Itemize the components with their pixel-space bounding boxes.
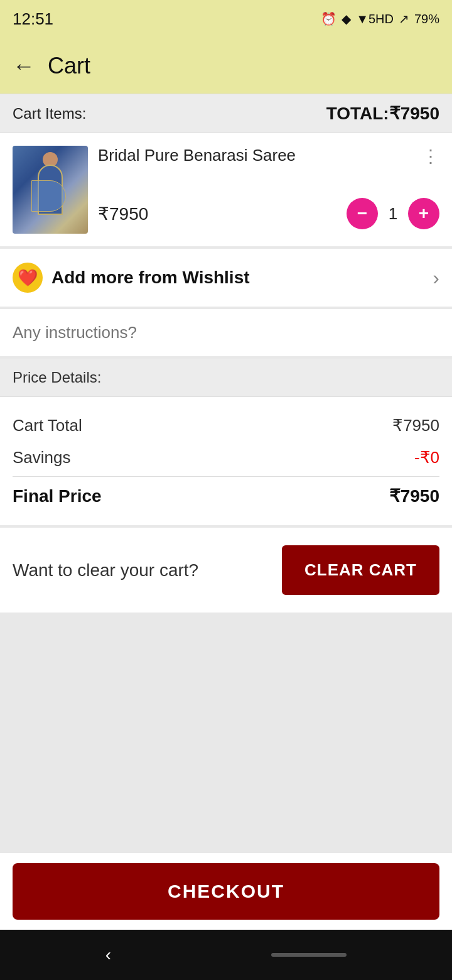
- cart-item-container: Bridal Pure Benarasi Saree ⋮ ₹7950 − 1 +: [0, 133, 452, 249]
- quantity-increase-button[interactable]: +: [408, 198, 439, 229]
- network-icon: ▼5HD: [356, 12, 394, 26]
- product-image-inner: [13, 146, 88, 234]
- clear-cart-button[interactable]: CLEAR CART: [282, 545, 439, 595]
- quantity-decrease-button[interactable]: −: [347, 198, 378, 229]
- instructions-input[interactable]: [13, 323, 439, 342]
- header: ← Cart: [0, 38, 452, 94]
- product-info: Bridal Pure Benarasi Saree ⋮ ₹7950 − 1 +: [98, 146, 439, 229]
- heart-emoji: ❤️: [18, 268, 38, 288]
- product-price: ₹7950: [98, 204, 148, 224]
- cart-items-label: Cart Items:: [13, 105, 86, 122]
- savings-amount: -₹0: [414, 448, 439, 467]
- wishlist-left: ❤️ Add more from Wishlist: [13, 263, 250, 293]
- total-label: TOTAL:: [326, 104, 389, 123]
- product-price-row: ₹7950 − 1 +: [98, 198, 439, 229]
- product-name-row: Bridal Pure Benarasi Saree ⋮: [98, 146, 439, 166]
- cart-total-label: Cart Total: [13, 416, 82, 435]
- back-button[interactable]: ←: [13, 53, 35, 79]
- savings-row: Savings -₹0: [13, 442, 439, 474]
- nav-back-icon[interactable]: ‹: [105, 945, 111, 965]
- cart-item: Bridal Pure Benarasi Saree ⋮ ₹7950 − 1 +: [13, 146, 439, 234]
- saree-drape: [31, 180, 66, 212]
- clear-cart-section: Want to clear your cart? CLEAR CART: [0, 528, 452, 615]
- signal-bars-icon: ↗: [399, 11, 409, 26]
- price-details-header: Price Details:: [0, 359, 452, 397]
- final-price-label: Final Price: [13, 486, 102, 506]
- savings-label: Savings: [13, 448, 71, 467]
- product-image: [13, 146, 88, 234]
- clear-cart-prompt: Want to clear your cart?: [13, 558, 282, 582]
- cart-total-amount: ₹7950: [392, 416, 439, 435]
- price-divider: [13, 476, 439, 477]
- page-title: Cart: [48, 53, 90, 79]
- chevron-right-icon: ›: [433, 266, 439, 290]
- instructions-container: [0, 309, 452, 359]
- final-price-amount: ₹7950: [389, 486, 439, 506]
- signal-icon: ◆: [342, 11, 351, 26]
- total-amount: ₹7950: [389, 104, 439, 123]
- status-bar: 12:51 ⏰ ◆ ▼5HD ↗ 79%: [0, 0, 452, 38]
- alarm-icon: ⏰: [321, 11, 336, 26]
- heart-icon: ❤️: [13, 263, 43, 293]
- home-indicator[interactable]: [271, 953, 347, 957]
- final-price-row: Final Price ₹7950: [13, 479, 439, 513]
- navigation-bar: ‹: [0, 930, 452, 980]
- quantity-control: − 1 +: [347, 198, 439, 229]
- cart-total-value: TOTAL:₹7950: [326, 103, 439, 124]
- cart-total-row: Cart Total ₹7950: [13, 410, 439, 442]
- checkout-container: CHECKOUT: [0, 853, 452, 930]
- status-time: 12:51: [13, 9, 53, 29]
- checkout-button[interactable]: CHECKOUT: [13, 863, 439, 920]
- gray-filler-area: [0, 615, 452, 853]
- saree-figure: [31, 155, 69, 224]
- price-details-container: Cart Total ₹7950 Savings -₹0 Final Price…: [0, 397, 452, 528]
- wishlist-text: Add more from Wishlist: [51, 268, 250, 288]
- more-options-icon[interactable]: ⋮: [422, 146, 439, 166]
- battery-icon: 79%: [414, 12, 439, 26]
- cart-summary-bar: Cart Items: TOTAL:₹7950: [0, 94, 452, 133]
- product-name: Bridal Pure Benarasi Saree: [98, 146, 422, 165]
- price-details-label: Price Details:: [13, 369, 101, 386]
- quantity-value: 1: [385, 204, 401, 224]
- wishlist-banner[interactable]: ❤️ Add more from Wishlist ›: [0, 249, 452, 309]
- status-icons: ⏰ ◆ ▼5HD ↗ 79%: [321, 11, 439, 26]
